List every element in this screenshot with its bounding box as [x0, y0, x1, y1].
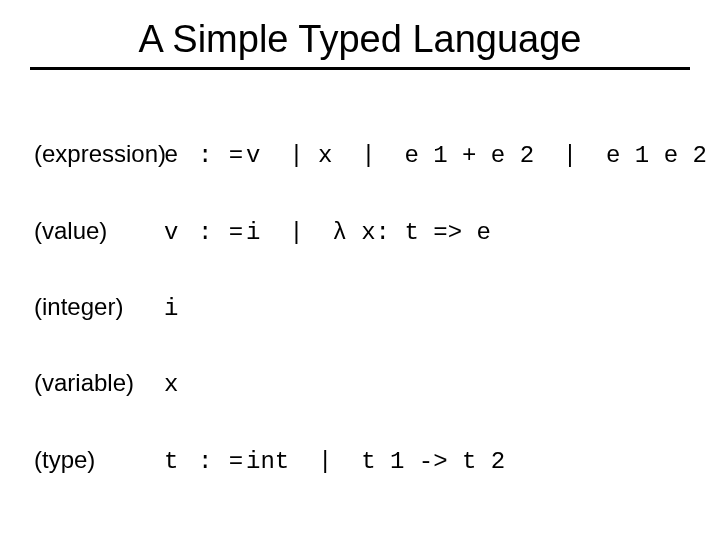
grammar-op: : =: [198, 443, 246, 480]
grammar-label: (type): [34, 441, 164, 478]
grammar-row: (integer)i: [34, 288, 690, 327]
grammar-label: (expression): [34, 135, 164, 172]
grammar-label: (value): [34, 212, 164, 249]
grammar-row: (variable)x: [34, 364, 690, 403]
grammar-row: (expression)e: =v | x | e 1 + e 2 | e 1 …: [34, 135, 690, 174]
grammar-symbol: x: [164, 366, 198, 403]
grammar-row: (type)t: =int | t 1 -> t 2: [34, 441, 690, 480]
grammar-symbol: t: [164, 443, 198, 480]
title-underline: [30, 67, 690, 70]
grammar-symbol: e: [164, 137, 198, 174]
grammar-row: (value)v: =i | λ x: t => e: [34, 212, 690, 251]
grammar-symbol: v: [164, 214, 198, 251]
grammar-rhs: int | t 1 -> t 2: [246, 448, 505, 475]
grammar-symbol: i: [164, 290, 198, 327]
grammar-label: (integer): [34, 288, 164, 325]
page-title: A Simple Typed Language: [30, 18, 690, 61]
grammar-rhs: i | λ x: t => e: [246, 219, 491, 246]
grammar-label: (variable): [34, 364, 164, 401]
grammar-op: : =: [198, 214, 246, 251]
grammar-op: : =: [198, 137, 246, 174]
grammar-block: (expression)e: =v | x | e 1 + e 2 | e 1 …: [34, 98, 690, 517]
grammar-rhs: v | x | e 1 + e 2 | e 1 e 2: [246, 142, 707, 169]
